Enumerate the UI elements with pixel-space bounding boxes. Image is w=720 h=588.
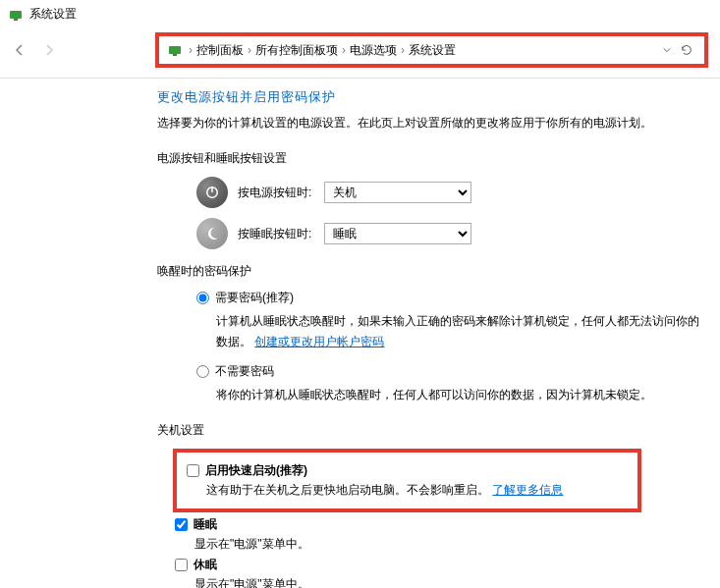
breadcrumb-item[interactable]: 系统设置 [409,42,456,59]
radio-description: 计算机从睡眠状态唤醒时，如果未输入正确的密码来解除计算机锁定，任何人都无法访问你… [216,311,700,351]
power-button-select[interactable]: 关机 [324,182,471,203]
checkbox-description: 这有助于在关机之后更快地启动电脑。不会影响重启。 了解更多信息 [206,482,628,499]
control-panel-icon [167,42,183,58]
system-settings-icon [8,7,24,23]
checkbox-input[interactable] [175,559,188,571]
sleep-button-select[interactable]: 睡眠 [324,223,471,244]
checkbox-sleep[interactable]: 睡眠 显示在"电源"菜单中。 [175,516,700,553]
breadcrumb-item[interactable]: 控制面板 [196,42,244,59]
radio-label: 需要密码(推荐) [215,290,294,306]
power-icon [196,177,228,208]
radio-no-password[interactable]: 不需要密码 将你的计算机从睡眠状态唤醒时，任何人都可以访问你的数据，因为计算机未… [196,363,700,404]
sleep-icon [196,218,228,249]
chevron-right-icon: › [401,43,405,57]
svg-rect-1 [14,19,18,21]
breadcrumb-bar: › 控制面板 › 所有控制面板项 › 电源选项 › 系统设置 [155,32,708,68]
checkbox-input[interactable] [187,464,199,477]
page-description: 选择要为你的计算机设置的电源设置。在此页上对设置所做的更改将应用于你所有的电源计… [157,114,700,133]
chevron-right-icon: › [189,43,193,57]
chevron-down-icon[interactable] [657,40,677,60]
sleep-button-label: 按睡眠按钮时: [238,226,314,242]
checkbox-description: 显示在"电源"菜单中。 [194,536,700,553]
checkbox-label: 启用快速启动(推荐) [205,462,307,479]
radio-description: 将你的计算机从睡眠状态唤醒时，任何人都可以访问你的数据，因为计算机未锁定。 [216,385,700,404]
section-title-shutdown: 关机设置 [157,422,700,439]
section-title-buttons: 电源按钮和睡眠按钮设置 [157,150,700,167]
refresh-icon[interactable] [677,40,696,60]
section-title-password: 唤醒时的密码保护 [157,263,700,280]
radio-input[interactable] [196,292,209,304]
highlighted-fast-startup: 启用快速启动(推荐) 这有助于在关机之后更快地启动电脑。不会影响重启。 了解更多… [173,449,641,512]
password-radio-group: 需要密码(推荐) 计算机从睡眠状态唤醒时，如果未输入正确的密码来解除计算机锁定，… [196,290,700,404]
radio-input[interactable] [196,365,209,378]
breadcrumb: › 控制面板 › 所有控制面板项 › 电源选项 › 系统设置 [189,42,456,59]
window-titlebar: 系统设置 [0,0,720,28]
power-button-label: 按电源按钮时: [238,185,314,201]
checkbox-label: 休眠 [194,557,217,573]
breadcrumb-item[interactable]: 所有控制面板项 [255,42,338,59]
svg-rect-0 [10,11,22,19]
radio-label: 不需要密码 [215,363,274,380]
sleep-button-row: 按睡眠按钮时: 睡眠 [196,218,700,249]
checkbox-fast-startup[interactable]: 启用快速启动(推荐) 这有助于在关机之后更快地启动电脑。不会影响重启。 了解更多… [187,462,628,499]
chevron-right-icon: › [342,43,346,57]
obscured-link[interactable]: 更改电源按钮并启用密码保护 [157,88,700,106]
content-panel: 更改电源按钮并启用密码保护 选择要为你的计算机设置的电源设置。在此页上对设置所做… [0,79,720,588]
back-button[interactable] [8,38,31,62]
window-title: 系统设置 [29,6,77,23]
create-password-link[interactable]: 创建或更改用户帐户密码 [254,335,384,348]
breadcrumb-item[interactable]: 电源选项 [350,42,397,59]
power-button-row: 按电源按钮时: 关机 [196,177,700,208]
chevron-right-icon: › [248,43,251,57]
nav-bar: › 控制面板 › 所有控制面板项 › 电源选项 › 系统设置 [0,28,720,79]
checkbox-hibernate[interactable]: 休眠 显示在"电源"菜单中。 [175,557,700,588]
checkbox-label: 睡眠 [194,516,217,533]
checkbox-description: 显示在"电源"菜单中。 [194,576,700,588]
forward-button[interactable] [37,38,61,62]
svg-rect-3 [173,54,177,56]
svg-rect-2 [169,46,181,54]
learn-more-link[interactable]: 了解更多信息 [492,483,563,497]
radio-require-password[interactable]: 需要密码(推荐) 计算机从睡眠状态唤醒时，如果未输入正确的密码来解除计算机锁定，… [196,290,700,351]
checkbox-input[interactable] [175,518,188,531]
